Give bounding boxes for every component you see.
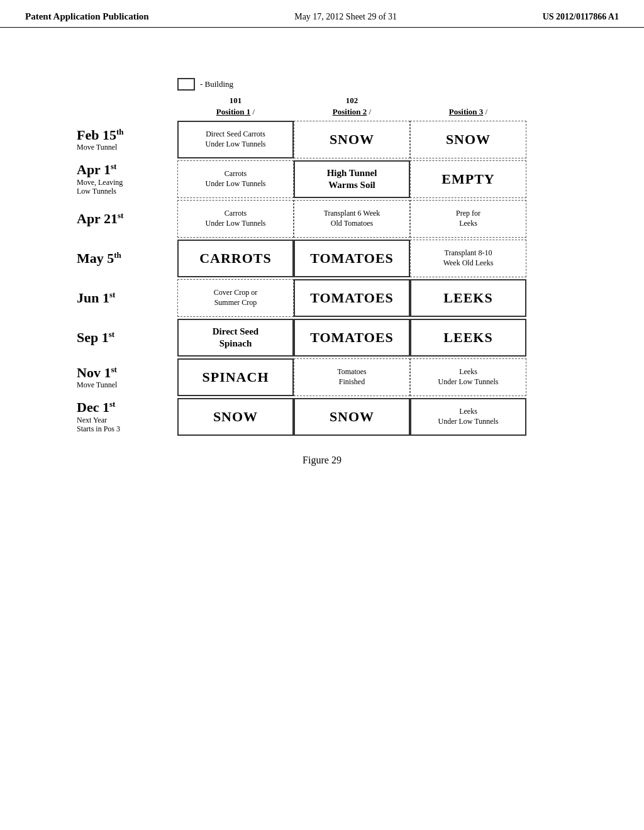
date-main-7: Dec 1st xyxy=(77,400,171,416)
schedule-rows: Feb 15thMove TunnelDirect Seed CarrotsUn… xyxy=(77,121,567,436)
date-sub-7: Next YearStarts in Pos 3 xyxy=(77,416,171,434)
schedule-row-6: Nov 1stMove TunnelSPINACHTomatoesFinishe… xyxy=(77,358,567,396)
header-center: May 17, 2012 Sheet 29 of 31 xyxy=(294,12,397,22)
date-main-5: Sep 1st xyxy=(77,330,171,346)
schedule-row-0: Feb 15thMove TunnelDirect Seed CarrotsUn… xyxy=(77,121,567,158)
cell-r3-c1: TOMATOES xyxy=(294,240,410,277)
date-label-4: Jun 1st xyxy=(77,279,177,317)
cell-r2-c2: Prep forLeeks xyxy=(410,200,526,238)
cell-r3-c2: Transplant 8-10Week Old Leeks xyxy=(410,240,526,277)
schedule-row-4: Jun 1stCover Crop orSummer CropTOMATOESL… xyxy=(77,279,567,317)
cell-r4-c0: Cover Crop orSummer Crop xyxy=(177,279,294,317)
schedule-row-3: May 5thCARROTSTOMATOESTransplant 8-10Wee… xyxy=(77,240,567,277)
column-headers-block: 101102Position 1 /Position 2 /Position 3… xyxy=(177,96,567,117)
cell-r7-c2: LeeksUnder Low Tunnels xyxy=(410,398,526,436)
col-ref-1: 102 xyxy=(294,96,410,106)
schedule-row-1: Apr 1stMove, LeavingLow TunnelsCarrotsUn… xyxy=(77,160,567,198)
cell-r1-c2: EMPTY xyxy=(410,160,526,198)
schedule-row-2: Apr 21stCarrotsUnder Low TunnelsTranspla… xyxy=(77,200,567,238)
col-ref-0: 101 xyxy=(177,96,294,106)
legend-row: - Building xyxy=(177,78,567,91)
legend-label: - Building xyxy=(200,79,233,89)
cell-r5-c2: LEEKS xyxy=(410,319,526,357)
page-header: Patent Application Publication May 17, 2… xyxy=(0,0,644,28)
col-pos-2: Position 3 / xyxy=(410,107,526,117)
cell-r1-c0: CarrotsUnder Low Tunnels xyxy=(177,160,294,198)
date-sub-6: Move Tunnel xyxy=(77,380,171,389)
cell-r0-c2: SNOW xyxy=(410,121,526,158)
header-right: US 2012/0117866 A1 xyxy=(543,12,619,22)
date-main-0: Feb 15th xyxy=(77,128,171,143)
col-ref-2 xyxy=(410,96,526,106)
schedule-wrapper: - Building 101102Position 1 /Position 2 … xyxy=(77,78,567,466)
date-label-1: Apr 1stMove, LeavingLow Tunnels xyxy=(77,160,177,198)
date-label-2: Apr 21st xyxy=(77,200,177,238)
schedule-row-7: Dec 1stNext YearStarts in Pos 3SNOWSNOWL… xyxy=(77,398,567,436)
date-main-2: Apr 21st xyxy=(77,211,171,227)
cell-r3-c0: CARROTS xyxy=(177,240,294,277)
cell-r4-c2: LEEKS xyxy=(410,279,526,317)
cell-r2-c0: CarrotsUnder Low Tunnels xyxy=(177,200,294,238)
cell-r5-c1: TOMATOES xyxy=(294,319,410,357)
cell-r2-c1: Transplant 6 WeekOld Tomatoes xyxy=(294,200,410,238)
date-label-7: Dec 1stNext YearStarts in Pos 3 xyxy=(77,398,177,436)
date-label-3: May 5th xyxy=(77,240,177,277)
schedule-row-5: Sep 1stDirect SeedSpinachTOMATOESLEEKS xyxy=(77,319,567,357)
cell-r0-c1: SNOW xyxy=(294,121,410,158)
cell-r7-c1: SNOW xyxy=(294,398,410,436)
date-label-6: Nov 1stMove Tunnel xyxy=(77,358,177,396)
cell-r5-c0: Direct SeedSpinach xyxy=(177,319,294,357)
date-main-1: Apr 1st xyxy=(77,162,171,178)
cell-r4-c1: TOMATOES xyxy=(294,279,410,317)
date-sub-1: Move, LeavingLow Tunnels xyxy=(77,178,171,196)
date-main-4: Jun 1st xyxy=(77,290,171,306)
cell-r6-c1: TomatoesFinished xyxy=(294,358,410,396)
legend-box xyxy=(177,78,195,91)
date-main-3: May 5th xyxy=(77,251,171,267)
date-sub-0: Move Tunnel xyxy=(77,143,171,152)
figure-caption: Figure 29 xyxy=(77,455,567,466)
cell-r6-c0: SPINACH xyxy=(177,358,294,396)
date-main-6: Nov 1st xyxy=(77,365,171,381)
col-pos-1: Position 2 / xyxy=(294,107,410,117)
cell-r6-c2: LeeksUnder Low Tunnels xyxy=(410,358,526,396)
date-label-0: Feb 15thMove Tunnel xyxy=(77,121,177,158)
header-left: Patent Application Publication xyxy=(25,11,149,22)
cell-r1-c1: High TunnelWarms Soil xyxy=(294,160,410,198)
col-pos-0: Position 1 / xyxy=(177,107,294,117)
main-content: - Building 101102Position 1 /Position 2 … xyxy=(0,28,644,491)
date-label-5: Sep 1st xyxy=(77,319,177,357)
cell-r7-c0: SNOW xyxy=(177,398,294,436)
cell-r0-c0: Direct Seed CarrotsUnder Low Tunnels xyxy=(177,121,294,158)
